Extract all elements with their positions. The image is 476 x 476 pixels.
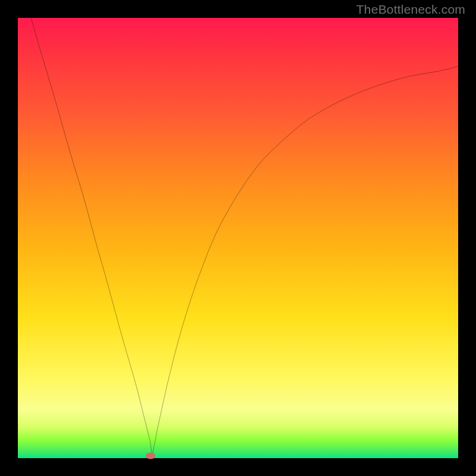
- optimal-point-marker: [146, 452, 155, 459]
- bottleneck-curve: [31, 18, 458, 454]
- chart-frame: TheBottleneck.com: [0, 0, 476, 476]
- chart-curve-layer: [18, 18, 458, 458]
- watermark-text: TheBottleneck.com: [356, 2, 465, 17]
